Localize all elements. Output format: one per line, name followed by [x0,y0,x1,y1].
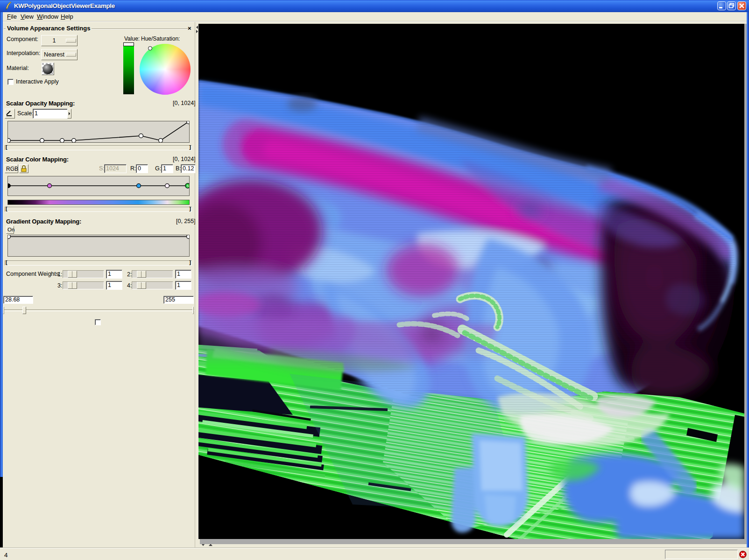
svg-text:5: 5 [187,184,189,188]
